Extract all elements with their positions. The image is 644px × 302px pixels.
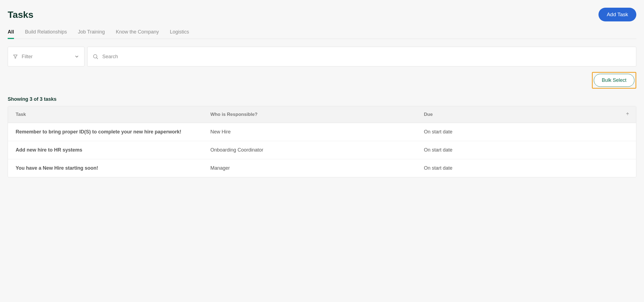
search-icon <box>92 54 98 60</box>
tab-build-relationships[interactable]: Build Relationships <box>25 29 67 39</box>
tab-all[interactable]: All <box>8 29 14 39</box>
task-due-cell: On start date <box>416 123 636 141</box>
column-header-due-label: Due <box>424 112 433 117</box>
tasks-table: Task Who is Responsible? Due Remember to… <box>8 106 636 177</box>
search-box <box>87 47 636 66</box>
tabs: All Build Relationships Job Training Kno… <box>8 29 636 39</box>
chevron-down-icon <box>74 54 79 59</box>
svg-point-1 <box>94 55 97 58</box>
sort-ascending-icon <box>626 112 629 117</box>
tab-job-training[interactable]: Job Training <box>78 29 105 39</box>
svg-line-2 <box>97 58 98 59</box>
tab-know-the-company[interactable]: Know the Company <box>116 29 159 39</box>
bulk-select-button[interactable]: Bulk Select <box>594 74 634 87</box>
task-who-cell: New Hire <box>203 123 416 141</box>
bulk-select-highlight: Bulk Select <box>592 72 636 89</box>
filter-dropdown[interactable]: Filter <box>8 47 84 66</box>
tab-logistics[interactable]: Logistics <box>170 29 189 39</box>
task-due-cell: On start date <box>416 141 636 159</box>
filter-icon <box>13 54 18 59</box>
search-input[interactable] <box>102 54 631 60</box>
column-header-task[interactable]: Task <box>8 106 203 123</box>
task-who-cell: Manager <box>203 159 416 177</box>
table-row[interactable]: Remember to bring proper ID(S) to comple… <box>8 123 636 141</box>
add-task-button[interactable]: Add Task <box>598 8 636 21</box>
table-row[interactable]: You have a New Hire starting soon! Manag… <box>8 159 636 177</box>
page-title: Tasks <box>8 9 33 20</box>
svg-marker-0 <box>13 55 17 58</box>
table-row[interactable]: Add new hire to HR systems Onboarding Co… <box>8 141 636 159</box>
results-summary: Showing 3 of 3 tasks <box>8 96 636 102</box>
column-header-who[interactable]: Who is Responsible? <box>203 106 416 123</box>
filter-label: Filter <box>22 54 33 60</box>
task-name-cell: Add new hire to HR systems <box>8 141 203 159</box>
task-name-cell: Remember to bring proper ID(S) to comple… <box>8 123 203 141</box>
task-who-cell: Onboarding Coordinator <box>203 141 416 159</box>
task-name-cell: You have a New Hire starting soon! <box>8 159 203 177</box>
task-due-cell: On start date <box>416 159 636 177</box>
column-header-due[interactable]: Due <box>416 106 636 123</box>
